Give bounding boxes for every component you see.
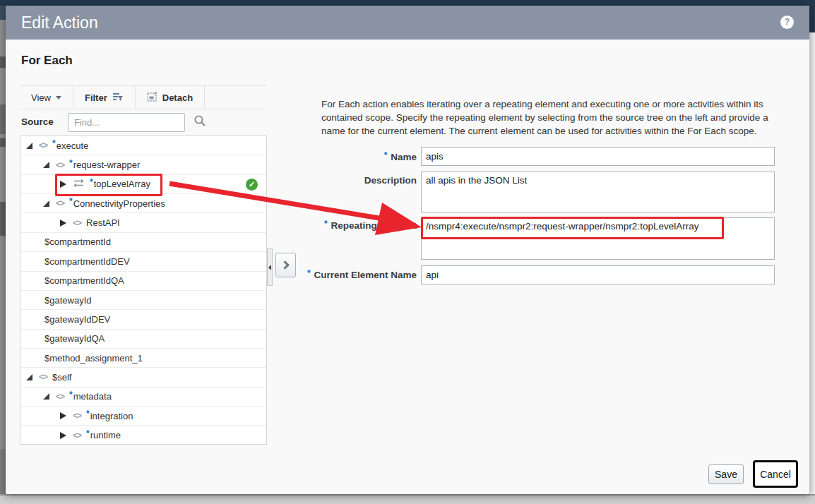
search-icon[interactable] [194,114,206,130]
tree-node-method-assignment-1[interactable]: $method_assignment_1 [20,349,266,368]
current-element-name-input[interactable] [421,265,775,284]
tree-node-label: $gatewayId [44,295,92,306]
required-asterisk: * [90,177,93,187]
toolbar: View Filter Detach [20,85,267,109]
name-label-text: Name [391,152,417,162]
dialog-title: Edit Action [21,6,98,40]
expander-icon[interactable] [60,220,66,227]
description-label: Description [218,175,417,186]
tree-node-gatewayid[interactable]: $gatewayId [20,291,266,310]
source-search-row: Source [20,109,267,136]
help-icon[interactable]: ? [780,16,794,29]
expander-icon[interactable] [43,393,49,400]
cancel-button[interactable]: Cancel [753,460,798,488]
background-page-left-strip [0,6,6,504]
tree-node-label: $gatewayIdQA [44,333,105,344]
description-textarea[interactable]: all apis in the JSON List [421,172,775,212]
tree-node-label: topLevelArray [94,179,150,189]
detach-icon [147,92,157,104]
tree-node-compartmentiddev[interactable]: $compartmentIdDEV [20,252,266,271]
background-page-right-corner [809,6,815,32]
required-asterisk: * [69,390,73,400]
tree-node-label: ConnectivityProperties [73,198,165,209]
element-icon [56,198,64,208]
tree-node-label: $self [52,372,71,383]
tree-node-metadata[interactable]: * metadata [20,388,266,407]
filter-button[interactable]: Filter [73,86,136,109]
chevron-down-icon [56,96,61,100]
tree-node-label: $compartmentIdQA [44,275,124,286]
dialog-header: Edit Action ? [6,6,809,40]
element-icon [39,372,47,382]
section-heading: For Each [21,54,73,68]
required-asterisk: * [86,428,90,438]
required-asterisk: * [86,409,90,419]
expander-icon[interactable] [60,432,66,439]
tree-node-gatewayidqa[interactable]: $gatewayIdQA [20,330,266,349]
save-button[interactable]: Save [708,464,744,484]
expander-icon[interactable] [43,162,49,168]
required-asterisk: * [307,268,311,278]
required-asterisk: * [69,196,73,206]
required-asterisk: * [52,138,56,148]
background-page-top-bar [0,0,815,6]
tree-node-label: request-wrapper [73,160,141,170]
element-icon [56,392,64,402]
intro-text: For Each action enables iterating over a… [321,97,780,138]
description-label-text: Description [364,175,417,186]
tree-node-label: $compartmentId [44,236,111,247]
expander-icon[interactable] [60,181,66,188]
find-input[interactable] [68,113,185,132]
edit-action-dialog: Edit Action ? For Each View Filter [6,6,809,494]
tree-node-gatewayiddev[interactable]: $gatewayIdDEV [20,310,266,329]
filter-icon [112,92,124,104]
background-page-right-strip [809,6,815,504]
tree-node-connectivityproperties[interactable]: * ConnectivityProperties [20,194,266,213]
tree-node-label: execute [56,140,89,151]
name-input[interactable] [421,147,775,166]
tree-node-self[interactable]: $self [20,368,266,387]
repeating-element-label-text: Repeating Element [331,220,417,231]
expander-icon[interactable] [43,200,49,207]
expander-icon[interactable] [26,374,32,380]
tree-node-runtime[interactable]: * runtime [20,426,266,445]
required-asterisk: * [384,150,388,160]
source-label: Source [21,116,54,127]
current-element-name-label-text: Current Element Name [314,270,417,280]
view-menu-button[interactable]: View [20,86,73,109]
repeating-element-label: * Repeating Element [218,220,417,231]
tree-node-label: $method_assignment_1 [44,353,143,364]
tree-node-label: $gatewayIdDEV [44,314,110,325]
chevron-right-icon [280,260,290,270]
current-element-name-label: * Current Element Name [218,270,417,280]
tree-node-label: metadata [73,391,112,402]
background-page-bottom-strip [0,494,815,504]
required-asterisk: * [324,219,328,229]
name-label: * Name [218,152,417,162]
expander-icon[interactable] [60,412,66,419]
element-icon [56,160,64,170]
background-page-corner [0,6,6,20]
required-asterisk: * [69,158,73,168]
expander-icon[interactable] [26,143,32,149]
filter-label: Filter [85,92,107,103]
tree-node-label: RestAPI [86,217,120,228]
element-icon [73,218,81,228]
detach-label: Detach [162,92,193,103]
tree-node-compartmentid[interactable]: $compartmentId [20,233,266,252]
element-icon [73,431,81,440]
tree-node-label: $compartmentIdDEV [44,256,130,267]
repeating-element-textarea[interactable]: /nsmpr4:execute/nsmpr2:request-wrapper/n… [421,217,775,260]
element-icon [39,140,47,150]
panel-splitter[interactable] [267,248,273,286]
tree-node-label: runtime [90,430,121,440]
view-menu-label: View [31,92,51,103]
element-icon [73,411,81,421]
detach-button[interactable]: Detach [136,86,205,109]
tree-node-label: integration [90,411,133,421]
repeating-element-icon [73,179,85,190]
tree-node-integration[interactable]: * integration [20,407,266,426]
